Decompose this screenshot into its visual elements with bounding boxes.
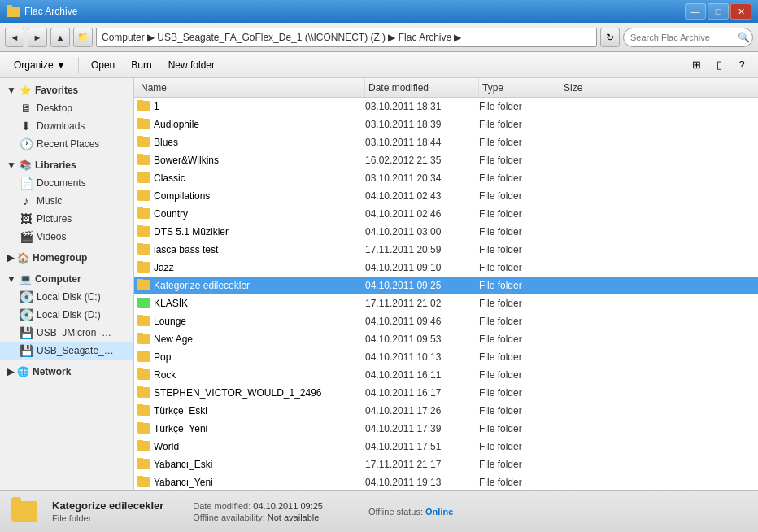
burn-button[interactable]: Burn: [124, 55, 159, 75]
file-icon-wrap: [137, 261, 150, 274]
computer-header[interactable]: ▼ 💻 Computer: [0, 270, 133, 288]
file-name: Country: [154, 208, 188, 220]
homegroup-header[interactable]: ▶ 🏠 Homegroup: [0, 249, 133, 267]
table-row[interactable]: World 04.10.2011 17:51 File folder: [134, 438, 758, 456]
favorites-header[interactable]: ▼ ⭐ Favorites: [0, 81, 133, 99]
file-icon-wrap: [137, 207, 150, 220]
folder-icon: [137, 334, 150, 344]
file-type: File folder: [479, 459, 560, 470]
table-row[interactable]: Türkçe_Yeni 04.10.2011 17:39 File folder: [134, 420, 758, 438]
libraries-header[interactable]: ▼ 📚 Libraries: [0, 156, 133, 174]
file-name: DTS 5.1 Müzikler: [154, 226, 229, 238]
file-name-cell: 1: [137, 100, 365, 113]
table-row[interactable]: Jazz 04.10.2011 09:10 File folder: [134, 259, 758, 277]
table-row[interactable]: Kategorize edilecekler 04.10.2011 09:25 …: [134, 277, 758, 294]
file-name-cell: DTS 5.1 Müzikler: [137, 225, 365, 238]
table-row[interactable]: New Age 04.10.2011 09:53 File folder: [134, 330, 758, 348]
file-type: File folder: [479, 262, 560, 273]
sidebar-item-videos[interactable]: 🎬 Videos: [0, 228, 133, 246]
open-button[interactable]: Open: [84, 55, 122, 75]
file-type: File folder: [479, 172, 560, 184]
search-wrapper: 🔍: [623, 28, 753, 47]
table-row[interactable]: Classic 03.10.2011 20:34 File folder: [134, 169, 758, 187]
folder-green-icon: [137, 298, 150, 308]
network-icon: 🌐: [17, 366, 29, 377]
table-row[interactable]: STEPHEN_VICTOR_WOULD_1_2496 04.10.2011 1…: [134, 384, 758, 402]
table-row[interactable]: Pop 04.10.2011 10:13 File folder: [134, 348, 758, 366]
col-header-date[interactable]: Date modified: [365, 78, 479, 97]
sidebar-videos-label: Videos: [37, 231, 66, 242]
refresh-button[interactable]: ↻: [600, 28, 620, 47]
view-icon-button[interactable]: ⊞: [686, 55, 706, 75]
sidebar-item-recent-places[interactable]: 🕐 Recent Places: [0, 135, 133, 153]
file-name: Classic: [154, 172, 185, 184]
file-name-cell: Pop: [137, 351, 365, 364]
col-header-name[interactable]: Name: [137, 78, 365, 97]
status-date-label: Date modified:: [193, 501, 250, 511]
file-date: 04.10.2011 17:51: [365, 441, 479, 452]
file-list[interactable]: 1 03.10.2011 18:31 File folder Audiophil…: [134, 98, 758, 490]
file-date: 04.10.2011 19:13: [365, 477, 479, 488]
file-date: 04.10.2011 17:26: [365, 405, 479, 416]
file-icon-wrap: [137, 368, 150, 382]
table-row[interactable]: Audiophile 03.10.2011 18:39 File folder: [134, 116, 758, 133]
help-button[interactable]: ?: [732, 55, 751, 75]
sidebar-item-downloads[interactable]: ⬇ Downloads: [0, 117, 133, 135]
new-folder-button[interactable]: New folder: [161, 55, 222, 75]
table-row[interactable]: 1 03.10.2011 18:31 File folder: [134, 98, 758, 116]
sidebar-downloads-label: Downloads: [37, 120, 85, 132]
sidebar-local-d-label: Local Disk (D:): [37, 309, 101, 321]
table-row[interactable]: Country 04.10.2011 02:46 File folder: [134, 205, 758, 223]
table-row[interactable]: Rock 04.10.2011 16:11 File folder: [134, 366, 758, 384]
file-date: 04.10.2011 10:13: [365, 351, 479, 363]
sidebar-item-desktop[interactable]: 🖥 Desktop: [0, 99, 133, 117]
sidebar-item-usb-seagate[interactable]: 💾 USB_Seagate_FA_Go: [0, 342, 133, 360]
status-info: Kategorize edilecekler File folder: [52, 499, 163, 523]
file-icon-wrap: [137, 333, 150, 346]
minimize-button[interactable]: —: [685, 3, 706, 20]
network-header[interactable]: ▶ 🌐 Network: [0, 363, 133, 381]
title-bar-left: Flac Archive: [7, 5, 77, 18]
search-icon[interactable]: 🔍: [738, 32, 750, 43]
file-name-cell: Classic: [137, 172, 365, 185]
sidebar-item-usb-jmicron[interactable]: 💾 USB_JMicron_USB_tc: [0, 324, 133, 342]
libraries-section: ▼ 📚 Libraries 📄 Documents ♪ Music 🖼 Pict…: [0, 156, 133, 246]
file-name: iasca bass test: [154, 244, 218, 255]
sidebar-item-local-d[interactable]: 💽 Local Disk (D:): [0, 306, 133, 324]
table-row[interactable]: Lounge 04.10.2011 09:46 File folder: [134, 312, 758, 330]
sidebar-item-music[interactable]: ♪ Music: [0, 192, 133, 210]
forward-button[interactable]: ►: [28, 28, 47, 47]
table-row[interactable]: Blues 03.10.2011 18:44 File folder: [134, 133, 758, 151]
file-date: 17.11.2011 21:02: [365, 298, 479, 309]
close-button[interactable]: ✕: [730, 3, 751, 20]
table-row[interactable]: Yabancı_Eski 17.11.2011 21:17 File folde…: [134, 456, 758, 473]
table-row[interactable]: Türkçe_Eski 04.10.2011 17:26 File folder: [134, 402, 758, 420]
up-button[interactable]: ▲: [50, 28, 70, 47]
table-row[interactable]: Yabancı_Yeni 04.10.2011 19:13 File folde…: [134, 473, 758, 490]
col-header-size[interactable]: Size: [560, 78, 625, 97]
table-row[interactable]: Bower&Wilkins 16.02.2012 21:35 File fold…: [134, 151, 758, 169]
table-row[interactable]: DTS 5.1 Müzikler 04.10.2011 03:00 File f…: [134, 223, 758, 241]
file-name-cell: World: [137, 440, 365, 453]
sidebar-item-documents[interactable]: 📄 Documents: [0, 174, 133, 192]
search-input[interactable]: [623, 28, 753, 47]
file-icon-wrap: [137, 422, 150, 435]
file-type: File folder: [479, 334, 560, 345]
sidebar-usb-seagate-label: USB_Seagate_FA_Go: [37, 345, 118, 356]
table-row[interactable]: Compilations 04.10.2011 02:43 File folde…: [134, 187, 758, 205]
documents-icon: 📄: [20, 177, 33, 190]
libraries-label: Libraries: [35, 159, 76, 171]
sidebar-item-local-c[interactable]: 💽 Local Disk (C:): [0, 288, 133, 306]
preview-pane-button[interactable]: ▯: [709, 55, 729, 75]
usb-seagate-icon: 💾: [20, 344, 33, 357]
sidebar-item-pictures[interactable]: 🖼 Pictures: [0, 210, 133, 228]
col-header-type[interactable]: Type: [479, 78, 560, 97]
table-row[interactable]: KLASİK 17.11.2011 21:02 File folder: [134, 294, 758, 312]
table-row[interactable]: iasca bass test 17.11.2011 20:59 File fo…: [134, 241, 758, 259]
app-icon: [7, 5, 20, 18]
organize-button[interactable]: Organize ▼: [7, 55, 73, 75]
breadcrumb[interactable]: Computer ▶ USB_Seagate_FA_GoFlex_De_1 (\…: [96, 28, 597, 47]
file-name: Yabancı_Yeni: [154, 477, 213, 488]
back-button[interactable]: ◄: [5, 28, 24, 47]
maximize-button[interactable]: □: [708, 3, 729, 20]
